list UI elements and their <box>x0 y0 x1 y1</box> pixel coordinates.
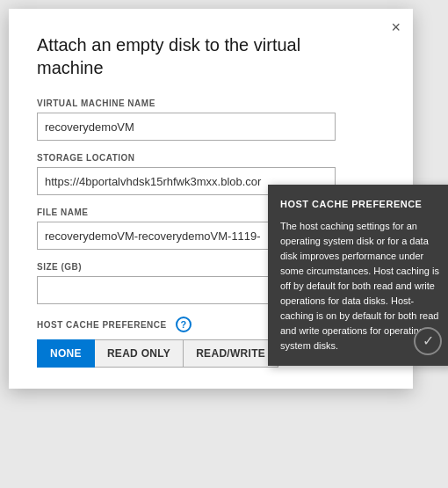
vm-name-field-group: VIRTUAL MACHINE NAME <box>37 98 385 141</box>
host-cache-readwrite-button[interactable]: READ/WRITE <box>184 339 278 368</box>
checkmark-button[interactable]: ✓ <box>414 327 442 355</box>
info-icon[interactable]: ? <box>176 317 191 332</box>
host-cache-label: HOST CACHE PREFERENCE <box>37 320 167 330</box>
modal-overlay: × Attach an empty disk to the virtual ma… <box>0 0 448 488</box>
vm-name-label: VIRTUAL MACHINE NAME <box>37 98 385 108</box>
vm-name-input[interactable] <box>37 113 336 141</box>
tooltip-box: HOST CACHE PREFERENCE The host caching s… <box>268 185 448 366</box>
close-button[interactable]: × <box>391 19 401 35</box>
modal-title: Attach an empty disk to the virtual mach… <box>37 33 318 79</box>
tooltip-title: HOST CACHE PREFERENCE <box>280 197 440 212</box>
host-cache-readonly-button[interactable]: READ ONLY <box>95 339 184 368</box>
host-cache-none-button[interactable]: NONE <box>37 339 95 368</box>
storage-location-label: STORAGE LOCATION <box>37 153 385 163</box>
